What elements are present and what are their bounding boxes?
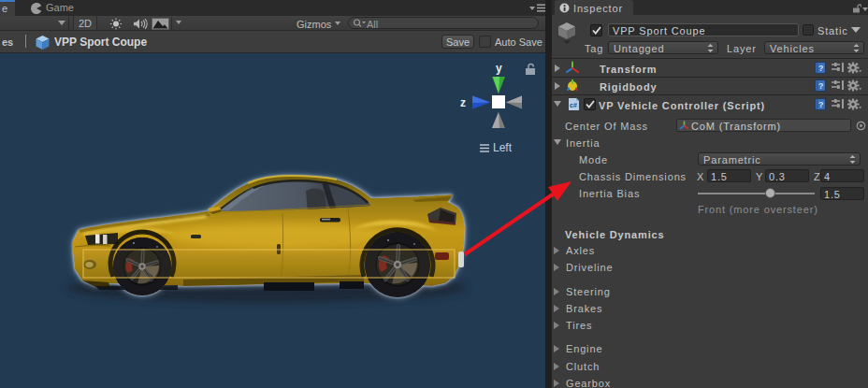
- svg-text:y: y: [496, 62, 502, 75]
- svg-text:Left: Left: [493, 141, 513, 154]
- svg-text:c#: c#: [570, 102, 577, 108]
- svg-text:?: ?: [818, 100, 824, 109]
- svg-text:z: z: [460, 96, 466, 109]
- svg-text:?: ?: [818, 64, 824, 73]
- svg-text:?: ?: [818, 81, 824, 91]
